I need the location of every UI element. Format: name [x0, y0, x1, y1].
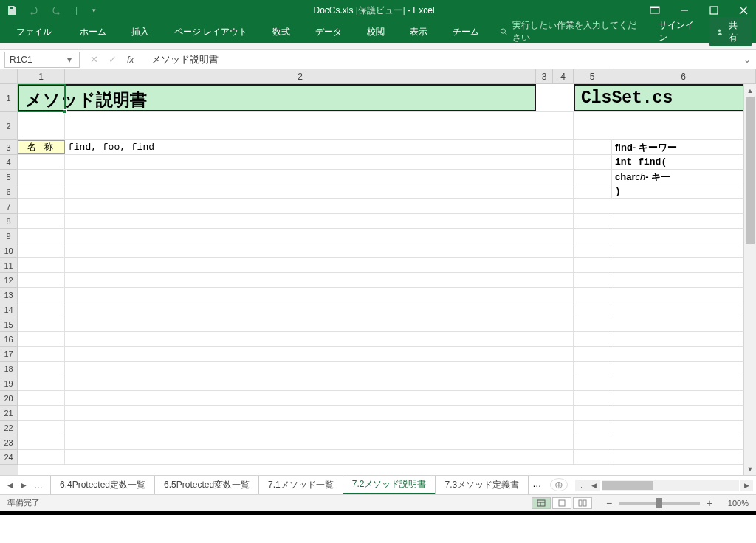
- row-header[interactable]: 18: [0, 362, 18, 376]
- row-header[interactable]: 4: [0, 155, 18, 170]
- document-title-cell[interactable]: メソッド説明書: [18, 84, 536, 111]
- cell[interactable]: [18, 199, 65, 213]
- cell[interactable]: [611, 199, 743, 213]
- ribbon-tab-review[interactable]: 校閲: [355, 23, 396, 41]
- cell[interactable]: [65, 435, 574, 449]
- row-header[interactable]: 9: [0, 229, 18, 243]
- row-header[interactable]: 14: [0, 302, 18, 317]
- tab-overflow-left[interactable]: …: [34, 480, 43, 491]
- row-header[interactable]: 1: [0, 84, 18, 112]
- cell[interactable]: [574, 214, 611, 228]
- cell[interactable]: [611, 288, 743, 302]
- save-icon[interactable]: [6, 4, 18, 16]
- signature-cell[interactable]: char ch - キー: [611, 170, 743, 184]
- cell[interactable]: [611, 362, 743, 376]
- cell[interactable]: [18, 421, 65, 435]
- signature-cell[interactable]: int find(: [611, 155, 743, 169]
- cell[interactable]: [574, 199, 611, 213]
- cell[interactable]: [18, 376, 65, 390]
- redo-icon[interactable]: [50, 4, 62, 16]
- cell[interactable]: [574, 170, 611, 184]
- col-header-4[interactable]: 4: [553, 69, 574, 83]
- sheet-tab[interactable]: 6.4Protected定数一覧: [50, 476, 155, 494]
- fx-icon[interactable]: fx: [127, 55, 134, 65]
- cell[interactable]: [611, 302, 743, 317]
- cell[interactable]: [18, 155, 65, 169]
- cell[interactable]: [65, 317, 574, 331]
- cells-area[interactable]: メソッド説明書 ClsSet.cs 名 称 find, foo, find fi…: [18, 84, 743, 475]
- row-header[interactable]: 12: [0, 273, 18, 288]
- horizontal-scrollbar[interactable]: ⋮ ◀ ▶: [572, 476, 756, 494]
- cell[interactable]: [18, 288, 65, 302]
- cell[interactable]: [18, 258, 65, 272]
- col-header-2[interactable]: 2: [65, 69, 536, 83]
- cell[interactable]: [65, 199, 574, 213]
- tab-scroll-right-icon[interactable]: ▶: [21, 481, 27, 489]
- ribbon-tab-page-layout[interactable]: ページ レイアウト: [162, 23, 259, 41]
- row-header[interactable]: 11: [0, 258, 18, 273]
- cell[interactable]: [574, 229, 611, 243]
- cell[interactable]: [65, 421, 574, 435]
- cell[interactable]: [65, 347, 574, 361]
- cell[interactable]: [574, 155, 611, 169]
- cell[interactable]: [611, 406, 743, 420]
- row-header[interactable]: 8: [0, 214, 18, 229]
- cell[interactable]: [18, 229, 65, 243]
- cell[interactable]: [65, 288, 574, 302]
- ribbon-tab-data[interactable]: データ: [303, 23, 354, 41]
- new-sheet-button[interactable]: ⊕: [550, 478, 568, 491]
- cell[interactable]: [18, 243, 65, 257]
- row-header[interactable]: 6: [0, 184, 18, 199]
- cell[interactable]: [18, 347, 65, 361]
- row-header[interactable]: 3: [0, 140, 18, 155]
- row-header[interactable]: 20: [0, 391, 18, 406]
- cell[interactable]: [574, 435, 611, 449]
- cell[interactable]: [574, 258, 611, 272]
- cell[interactable]: [18, 273, 65, 287]
- vertical-scrollbar[interactable]: ▲ ▼: [743, 84, 756, 475]
- scroll-down-icon[interactable]: ▼: [744, 463, 756, 475]
- select-all-corner[interactable]: [0, 69, 18, 83]
- undo-icon[interactable]: [28, 4, 40, 16]
- row-header[interactable]: 2: [0, 112, 18, 140]
- signature-cell[interactable]: ): [611, 184, 743, 198]
- cell[interactable]: [574, 332, 611, 346]
- scroll-up-icon[interactable]: ▲: [744, 84, 756, 97]
- col-header-6[interactable]: 6: [611, 69, 756, 83]
- cell[interactable]: [18, 170, 65, 184]
- cell[interactable]: [611, 229, 743, 243]
- cell[interactable]: [65, 273, 574, 287]
- name-label-cell[interactable]: 名 称: [18, 140, 65, 154]
- cell[interactable]: [65, 258, 574, 272]
- name-box[interactable]: R1C1 ▾: [4, 52, 80, 68]
- cell[interactable]: [18, 332, 65, 346]
- ribbon-tab-formulas[interactable]: 数式: [261, 23, 302, 41]
- cell[interactable]: [18, 435, 65, 449]
- cell[interactable]: [574, 288, 611, 302]
- maximize-button[interactable]: [707, 4, 721, 17]
- cell[interactable]: [18, 362, 65, 376]
- signature-cell[interactable]: find - キーワー: [611, 140, 743, 154]
- cell[interactable]: [18, 112, 65, 139]
- row-header[interactable]: 15: [0, 317, 18, 332]
- row-header[interactable]: 7: [0, 199, 18, 214]
- cell[interactable]: [65, 391, 574, 405]
- row-header[interactable]: 17: [0, 347, 18, 362]
- name-value-cell[interactable]: find, foo, find: [65, 140, 574, 154]
- row-header[interactable]: 24: [0, 450, 18, 465]
- zoom-slider[interactable]: [619, 502, 700, 505]
- cell[interactable]: [65, 229, 574, 243]
- cell[interactable]: [65, 362, 574, 376]
- cell[interactable]: [18, 184, 65, 198]
- ribbon-tab-team[interactable]: チーム: [441, 23, 491, 41]
- cell[interactable]: [18, 450, 65, 464]
- cell[interactable]: [611, 258, 743, 272]
- cell[interactable]: [574, 112, 611, 139]
- ribbon-display-options-icon[interactable]: [648, 4, 662, 17]
- cancel-formula-icon[interactable]: ✕: [90, 54, 98, 65]
- cell[interactable]: [65, 214, 574, 228]
- cell[interactable]: [65, 332, 574, 346]
- share-button[interactable]: 共有: [709, 17, 752, 46]
- worksheet-grid[interactable]: 123456789101112131415161718192021222324 …: [0, 84, 756, 475]
- tab-overflow-right[interactable]: …: [528, 476, 546, 494]
